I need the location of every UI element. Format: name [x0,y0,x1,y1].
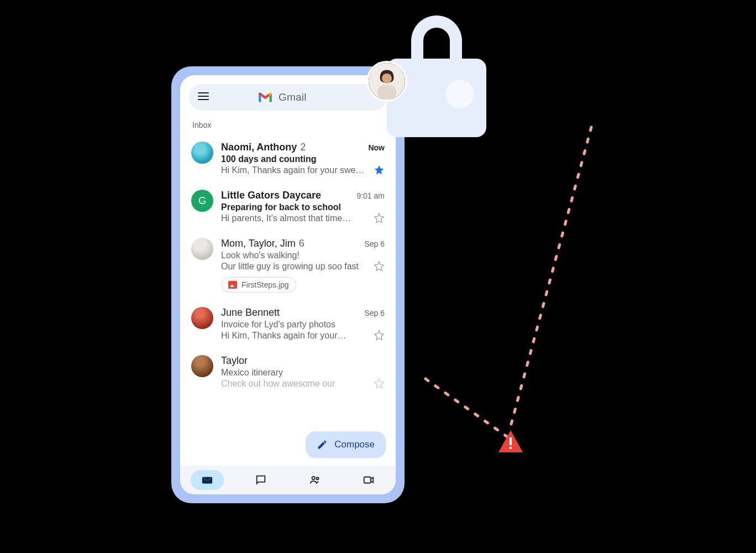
video-icon [363,474,375,486]
chat-icon [255,474,267,486]
gmail-app-screen: Gmail Inbox Naomi, Anthony2 Now 100 days… [180,75,396,494]
message-item[interactable]: June Bennett Sep 6 Invoice for Lyd's par… [180,300,396,348]
sender-name: June Bennett [221,307,280,319]
svg-point-9 [316,477,318,479]
bottom-nav [180,466,396,494]
tab-spaces[interactable] [298,470,332,490]
message-subject: Mexico itinerary [221,368,385,378]
svg-point-8 [312,477,315,480]
svg-rect-7 [377,85,396,100]
gmail-app-frame: Gmail Inbox Naomi, Anthony2 Now 100 days… [171,66,405,503]
image-icon [228,281,237,289]
message-subject: 100 days and counting [221,154,385,164]
star-icon[interactable] [374,212,385,223]
star-icon[interactable] [374,378,385,389]
sender-avatar [191,355,213,377]
svg-line-0 [510,127,591,430]
thread-count: 2 [300,142,306,153]
svg-rect-10 [364,477,371,483]
message-snippet: Hi parents, It's almost that time… [221,213,351,223]
sender-name: Taylor [221,355,248,367]
message-snippet: Our little guy is growing up soo fast [221,262,359,272]
svg-point-6 [382,74,392,84]
top-bar: Gmail [189,84,387,111]
tab-chat[interactable] [244,470,277,490]
menu-icon[interactable] [197,90,210,105]
message-snippet: Hi Kim, Thanks again for your sweet… [221,165,365,175]
message-item[interactable]: Taylor Mexico itinerary Check out how aw… [180,348,396,389]
profile-avatar[interactable] [366,61,407,102]
mail-icon [201,474,213,486]
inbox-section-label: Inbox [180,116,396,135]
message-time: Sep 6 [364,309,385,317]
pencil-icon [317,439,328,450]
sender-avatar [191,307,213,329]
message-item[interactable]: Naomi, Anthony2 Now 100 days and countin… [180,135,396,183]
sender-avatar: G [191,190,213,212]
message-snippet: Hi Kim, Thanks again for your… [221,331,346,341]
svg-rect-3 [510,447,512,449]
compose-label: Compose [334,439,375,450]
message-item[interactable]: Mom, Taylor, Jim6 Sep 6 Look who's walki… [180,231,396,300]
sender-name: Mom, Taylor, Jim6 [221,238,305,249]
attachment-chip[interactable]: FirstSteps.jpg [221,277,296,293]
warning-icon [497,429,524,456]
sender-avatar [191,142,213,164]
star-icon[interactable] [374,164,385,175]
thread-count: 6 [299,238,305,249]
message-snippet: Check out how awesome our [221,379,335,389]
svg-rect-2 [510,437,512,445]
message-time: Sep 6 [364,239,385,248]
svg-line-1 [426,379,507,437]
message-subject: Invoice for Lyd's party photos [221,320,385,330]
message-item[interactable]: G Little Gators Daycare 9:01 am Preparin… [180,183,396,231]
compose-button[interactable]: Compose [306,431,386,458]
star-icon[interactable] [374,260,385,272]
people-icon [309,474,321,486]
gmail-label: Gmail [279,91,307,103]
sender-name: Naomi, Anthony2 [221,142,306,153]
message-time: Now [368,143,385,152]
gmail-brand: Gmail [258,91,307,103]
message-list[interactable]: Naomi, Anthony2 Now 100 days and countin… [180,135,396,466]
sender-avatar [191,238,213,260]
attachment-name: FirstSteps.jpg [242,280,289,289]
star-icon[interactable] [374,330,385,341]
message-time: 9:01 am [356,191,385,200]
sender-name: Little Gators Daycare [221,190,321,201]
gmail-logo-icon [258,91,273,103]
tab-meet[interactable] [352,470,385,490]
message-subject: Preparing for back to school [221,202,385,212]
tab-mail[interactable] [191,470,224,490]
message-subject: Look who's walking! [221,251,385,260]
